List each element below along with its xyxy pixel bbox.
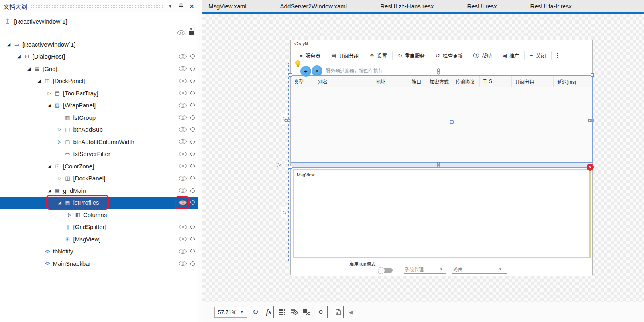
promotion-button[interactable]: ◀推广 (497, 51, 525, 60)
servers-button[interactable]: ≡服务器 (295, 51, 326, 60)
lock-circle-icon[interactable] (190, 176, 195, 180)
tree-item-columns[interactable]: ▷◧Columns (0, 209, 198, 221)
system-proxy-caret-icon[interactable]: ▼ (440, 267, 443, 271)
effects-toggle-button[interactable]: fx (264, 306, 274, 318)
tree-item-wrappanel[interactable]: ◢▨[WrapPanel] (0, 99, 198, 112)
preview-window-v2rayn[interactable]: v2rayN ≡服务器▤订阅分组⚙设置↻重启服务↺检查更新?帮助◀推广−关闭⋮ … (290, 40, 593, 275)
lock-circle-icon[interactable] (190, 54, 195, 59)
column-header-[interactable]: 地址 (372, 76, 408, 87)
snap-grid-settings-button[interactable] (291, 307, 298, 317)
tree-item-gridmain[interactable]: ◢▦gridMain (0, 184, 198, 197)
system-proxy-select[interactable]: 系统代理 (404, 266, 424, 273)
check-update-button[interactable]: ↺检查更新 (430, 51, 468, 60)
expander-collapsed-icon[interactable]: ▷ (56, 176, 64, 181)
sub-group-button[interactable]: ▤订阅分组 (326, 51, 364, 60)
tab-addserver2window-xaml[interactable]: AddServer2Window.xaml (280, 3, 347, 10)
expander-expanded-icon[interactable]: ◢ (35, 78, 43, 83)
visibility-eye-icon[interactable] (179, 103, 187, 108)
tree-item-dialoghost[interactable]: ◢⊡[DialogHost] (0, 51, 198, 63)
server-filter-input[interactable]: 服务器过滤器，按回车执行 (326, 67, 383, 74)
tree-item-dockpanel[interactable]: ◢◫[DockPanel] (0, 75, 198, 87)
resize-handle-top-right[interactable] (591, 73, 594, 77)
tree-item-lstprofiles[interactable]: ◢▦lstProfiles (0, 197, 198, 209)
resize-handle-bottom-left[interactable] (289, 166, 292, 169)
lock-circle-icon[interactable] (190, 79, 195, 83)
lightbulb-suggestion-icon[interactable] (295, 60, 300, 65)
visibility-eye-icon[interactable] (179, 249, 187, 254)
tree-item-toolbartray[interactable]: ▷▤[ToolBarTray] (0, 87, 198, 99)
drag-handle-texture[interactable] (31, 5, 164, 8)
visibility-eye-icon[interactable] (179, 152, 187, 156)
tree-item-btnautofitcolumnwidth[interactable]: ▷▢btnAutofitColumnWidth (0, 136, 198, 148)
lock-circle-icon[interactable] (190, 140, 195, 144)
lock-circle-icon[interactable] (190, 152, 195, 156)
show-grid-button[interactable] (279, 307, 286, 317)
expander-expanded-icon[interactable]: ◢ (25, 66, 33, 71)
profiles-datagrid[interactable]: 类型别名地址端口加密方式传输协议TLS订阅分组延迟(ms) (291, 76, 592, 163)
lock-circle-icon[interactable] (190, 225, 195, 229)
zoom-level-combo[interactable]: 57.71% ▼ (214, 307, 247, 318)
tree-item-tbnotify[interactable]: <>tbNotify (0, 245, 198, 258)
close-button[interactable]: −关闭 (525, 51, 552, 60)
tab-resui-resx[interactable]: ResUI.resx (467, 3, 497, 10)
tree-item-txtserverfilter[interactable]: ▭txtServerFilter (0, 148, 198, 160)
restart-service-button[interactable]: ↻重启服务 (393, 51, 430, 60)
tree-item-colorzone[interactable]: ◢⊡[ColorZone] (0, 160, 198, 172)
tab-msgview-xaml[interactable]: MsgView.xaml (208, 3, 247, 10)
msgview-region[interactable]: MsgView (293, 169, 591, 258)
delete-row-icon[interactable]: ✕ (587, 164, 594, 171)
collapse-panel-icon[interactable]: ◀ (349, 307, 353, 317)
column-header-[interactable]: 类型 (291, 76, 314, 87)
scope-up-icon[interactable]: ↥ (5, 17, 10, 26)
column-header-[interactable]: 加密方式 (426, 76, 452, 87)
lock-circle-icon[interactable] (190, 91, 195, 95)
snapping-toggle-button[interactable] (303, 307, 310, 317)
tree-item-btnaddsub[interactable]: ▷▢btnAddSub (0, 124, 198, 136)
routing-select[interactable]: 路由 (453, 266, 463, 273)
row-lock-link-icon[interactable] (435, 162, 442, 168)
expander-collapsed-icon[interactable]: ▷ (56, 127, 64, 132)
tree-item-reactivewindow-1[interactable]: ◢▭[ReactiveWindow`1] (0, 38, 198, 51)
tree-item-msgview[interactable]: ⊞[MsgView] (0, 233, 198, 245)
column-header-ms[interactable]: 延迟(ms) (554, 76, 592, 87)
help-button[interactable]: ?帮助 (468, 51, 497, 60)
lock-circle-icon[interactable] (190, 67, 195, 71)
snap-to-gridlines-button[interactable] (315, 306, 328, 318)
tree-item-dockpanel[interactable]: ▷◫[DockPanel] (0, 172, 198, 185)
gridsplitter-adorner[interactable] (291, 162, 593, 168)
visibility-eye-icon[interactable] (179, 188, 187, 193)
expander-expanded-icon[interactable]: ◢ (45, 164, 53, 169)
disable-project-code-button[interactable] (333, 306, 344, 318)
lock-circle-icon[interactable] (190, 127, 195, 132)
visibility-eye-icon[interactable] (179, 200, 187, 205)
close-icon[interactable]: × (190, 2, 194, 10)
add-server-button[interactable]: + (300, 66, 311, 77)
visibility-eye-icon[interactable] (179, 225, 187, 229)
row-lock-link-icon[interactable] (284, 117, 291, 124)
tree-item-gridsplitter[interactable]: ∥[GridSplitter] (0, 221, 198, 233)
tab-resui-zh-hans-resx[interactable]: ResUI.zh-Hans.resx (380, 3, 434, 10)
lock-circle-icon[interactable] (190, 249, 195, 253)
visibility-eye-icon[interactable] (179, 66, 187, 71)
row-lock-link-icon[interactable] (435, 68, 442, 75)
lock-circle-icon[interactable] (190, 261, 195, 266)
column-header-[interactable]: 端口 (408, 76, 426, 87)
settings-button[interactable]: ⚙设置 (364, 51, 393, 60)
visibility-eye-icon[interactable] (179, 79, 187, 83)
visibility-eye-icon[interactable] (179, 164, 187, 168)
resize-handle-top-left[interactable] (289, 73, 292, 77)
expander-expanded-icon[interactable]: ◢ (45, 188, 53, 193)
column-header-[interactable]: 别名 (314, 76, 372, 87)
tun-mode-toggle[interactable] (379, 268, 393, 273)
routing-caret-icon[interactable]: ▼ (499, 267, 502, 271)
tab-resui-fa-ir-resx[interactable]: ResUI.fa-Ir.resx (530, 3, 572, 10)
visibility-eye-icon[interactable] (179, 176, 187, 181)
lock-circle-icon[interactable] (190, 115, 195, 120)
visibility-eye-icon[interactable] (179, 261, 187, 266)
lock-circle-icon[interactable] (190, 103, 195, 107)
expander-expanded-icon[interactable]: ◢ (56, 200, 64, 205)
lock-circle-icon[interactable] (190, 188, 195, 193)
tree-item-lstgroup[interactable]: ▥lstGroup (0, 111, 198, 124)
show-all-eye-icon[interactable] (177, 30, 185, 35)
row-lock-link-icon[interactable] (588, 117, 594, 124)
